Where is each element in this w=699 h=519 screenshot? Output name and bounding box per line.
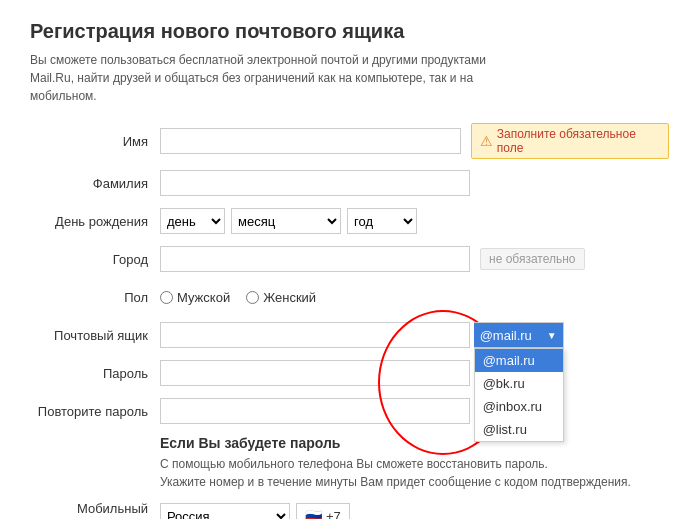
warning-icon: ⚠ <box>480 133 493 149</box>
phone-prefix: 🇷🇺 +7 <box>296 503 350 519</box>
page-subtitle: Вы сможете пользоваться бесплатной элект… <box>30 51 530 105</box>
female-option[interactable]: Женский <box>246 290 316 305</box>
month-select[interactable]: месяц <box>231 208 341 234</box>
chevron-down-icon: ▼ <box>547 330 557 341</box>
dob-label: День рождения <box>30 214 160 229</box>
recovery-title: Если Вы забудете пароль <box>160 435 669 451</box>
female-radio[interactable] <box>246 291 259 304</box>
password-row: Пароль <box>30 359 669 387</box>
page-title: Регистрация нового почтового ящика <box>30 20 669 43</box>
male-radio[interactable] <box>160 291 173 304</box>
phone-label: Мобильный телефон <box>30 501 160 519</box>
recovery-text: С помощью мобильного телефона Вы сможете… <box>160 455 669 491</box>
password2-label: Повторите пароль <box>30 404 160 419</box>
dob-selects: день месяц год <box>160 208 417 234</box>
email-label: Почтовый ящик <box>30 328 160 343</box>
domain-option-3[interactable]: @inbox.ru <box>475 395 563 418</box>
password2-input[interactable] <box>160 398 470 424</box>
optional-hint: не обязательно <box>480 248 585 270</box>
surname-input[interactable] <box>160 170 470 196</box>
day-select[interactable]: день <box>160 208 225 234</box>
registration-page: Регистрация нового почтового ящика Вы см… <box>0 0 699 519</box>
email-row: Почтовый ящик @mail.ru ▼ @mail.ru @bk.ru… <box>30 321 669 349</box>
domain-button[interactable]: @mail.ru ▼ <box>474 322 564 348</box>
phone-inputs: Россия 🇷🇺 +7 <box>160 503 350 519</box>
name-input[interactable] <box>160 128 461 154</box>
email-container: @mail.ru ▼ @mail.ru @bk.ru @inbox.ru @li… <box>160 322 564 348</box>
domain-dropdown: @mail.ru @bk.ru @inbox.ru @list.ru <box>474 348 564 442</box>
gender-options: Мужской Женский <box>160 290 316 305</box>
domain-option-2[interactable]: @bk.ru <box>475 372 563 395</box>
gender-label: Пол <box>30 290 160 305</box>
domain-selected: @mail.ru <box>480 328 532 343</box>
surname-row: Фамилия <box>30 169 669 197</box>
country-select[interactable]: Россия <box>160 503 290 519</box>
year-select[interactable]: год <box>347 208 417 234</box>
male-label: Мужской <box>177 290 230 305</box>
city-row: Город не обязательно <box>30 245 669 273</box>
domain-option-1[interactable]: @mail.ru <box>475 349 563 372</box>
name-error: ⚠ Заполните обязательное поле <box>471 123 669 159</box>
name-row: Имя ⚠ Заполните обязательное поле <box>30 123 669 159</box>
email-input[interactable] <box>160 322 470 348</box>
domain-select-wrap: @mail.ru ▼ @mail.ru @bk.ru @inbox.ru @li… <box>474 322 564 348</box>
phone-row: Мобильный телефон Россия 🇷🇺 +7 <box>30 501 669 519</box>
female-label: Женский <box>263 290 316 305</box>
male-option[interactable]: Мужской <box>160 290 230 305</box>
prefix-text: +7 <box>326 509 341 520</box>
city-input[interactable] <box>160 246 470 272</box>
name-label: Имя <box>30 134 160 149</box>
dob-row: День рождения день месяц год <box>30 207 669 235</box>
flag-icon: 🇷🇺 <box>305 508 322 519</box>
recovery-section: Если Вы забудете пароль С помощью мобиль… <box>160 435 669 491</box>
surname-label: Фамилия <box>30 176 160 191</box>
password-label: Пароль <box>30 366 160 381</box>
password2-row: Повторите пароль <box>30 397 669 425</box>
gender-row: Пол Мужской Женский <box>30 283 669 311</box>
error-text: Заполните обязательное поле <box>497 127 660 155</box>
password-input[interactable] <box>160 360 470 386</box>
city-label: Город <box>30 252 160 267</box>
domain-option-4[interactable]: @list.ru <box>475 418 563 441</box>
